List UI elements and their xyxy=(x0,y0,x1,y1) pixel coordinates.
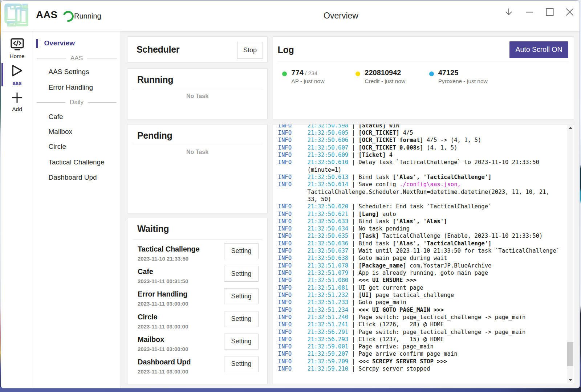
setting-button[interactable]: Setting xyxy=(224,266,259,282)
setting-button[interactable]: Setting xyxy=(224,356,259,372)
log-title: Log xyxy=(278,45,294,55)
log-level: INFO xyxy=(278,358,308,365)
log-bold-segment: ['Alas', 'TacticalChallenge'] xyxy=(393,174,491,180)
log-entry: INFO21:32:59.210 | Scrcpy server stopped xyxy=(278,365,562,372)
log-time: 21:32:59.207 xyxy=(308,351,349,357)
log-time: 21:32:50.605 xyxy=(308,130,349,136)
log-time: 21:32:59.001 xyxy=(308,343,349,350)
log-level: INFO xyxy=(278,343,308,350)
waiting-task-row: Mailbox2023-11-11 03:00:00Setting xyxy=(127,335,267,358)
log-bold-segment: ['Alas', 'Alas'] xyxy=(393,218,447,225)
log-time: 21:32:50.621 xyxy=(308,211,349,217)
log-time: 21:32:56.291 xyxy=(308,329,349,335)
nav-item-label: Tactical Challenge xyxy=(49,158,105,166)
log-level: INFO xyxy=(278,173,308,181)
title-bar: AAS Running Overview xyxy=(1,1,580,31)
log-level: INFO xyxy=(278,314,308,321)
log-level: INFO xyxy=(278,269,308,277)
waiting-card: Waiting Tactical Challenge2023-11-10 21:… xyxy=(127,218,268,384)
log-entry: INFO21:32:50.638 | Goto main page during… xyxy=(278,254,562,262)
setting-button[interactable]: Setting xyxy=(224,311,259,327)
log-level: INFO xyxy=(278,350,308,358)
nav-item-tactical-challenge[interactable]: Tactical Challenge xyxy=(33,158,120,168)
log-level: INFO xyxy=(278,284,308,291)
log-bold-segment: <<< SCRCPY SERVER STOP >>> xyxy=(358,358,447,365)
divider-line xyxy=(37,102,65,103)
waiting-task-time: 2023-11-10 21:33:50 xyxy=(138,256,188,262)
stop-button[interactable]: Stop xyxy=(237,42,263,59)
nav-item-cafe[interactable]: Cafe xyxy=(33,113,120,123)
log-time: 21:32:51.241 xyxy=(308,321,349,328)
log-entry: INFO21:32:50.606 | [OCR_TICKET format] 4… xyxy=(278,136,562,144)
minimize-button[interactable] xyxy=(525,8,534,16)
log-level: INFO xyxy=(278,240,308,247)
scroll-down-icon[interactable] xyxy=(567,377,573,383)
nav-item-dashboard-upd[interactable]: Dashboard Upd xyxy=(33,173,120,184)
log-scrollbar[interactable] xyxy=(567,125,573,383)
log-time: 21:32:50.607 xyxy=(308,144,349,151)
log-entry: INFO21:32:50.614 | Save config ./config\… xyxy=(278,181,562,203)
log-level: INFO xyxy=(278,211,308,218)
log-entry: INFO21:32:51.240 | Page switch: page_tac… xyxy=(278,314,562,321)
log-entry: INFO21:32:56.293 | Click (1237, 15) @ HO… xyxy=(278,336,562,343)
log-level: INFO xyxy=(278,218,308,225)
rail-item-add[interactable]: Add xyxy=(1,92,33,113)
log-entry: INFO21:32:51.079 | App is already runnin… xyxy=(278,269,562,277)
log-time: 21:32:50.633 xyxy=(308,218,349,225)
running-card: Running No Task xyxy=(127,68,268,119)
log-entry: INFO21:32:59.207 | Page arrive confirm p… xyxy=(278,350,562,358)
log-entry: INFO21:32:51.081 | UI get current page xyxy=(278,284,562,291)
download-button[interactable] xyxy=(504,8,513,16)
log-entry: INFO21:32:50.605 | [OCR_TICKET] 4/5 xyxy=(278,129,562,136)
play-icon xyxy=(1,64,33,77)
nav-item-aas-settings[interactable]: AAS Settings xyxy=(33,68,120,78)
log-entry: INFO21:32:51.080 | <<< UI ENSURE >>> xyxy=(278,277,562,284)
nav-item-error-handling[interactable]: Error Handling xyxy=(33,83,120,94)
nav-menu: OverviewAASAAS SettingsError HandlingDai… xyxy=(33,31,121,388)
log-time: 21:32:50.598 xyxy=(308,124,349,129)
nav-item-circle[interactable]: Circle xyxy=(33,143,120,153)
code-monitor-icon xyxy=(1,38,33,50)
log-entry: INFO21:32:50.636 | Bind task ['Alas', 'T… xyxy=(278,240,562,247)
log-bold-segment: [Status] xyxy=(358,124,386,129)
rail-item-aas[interactable]: aas xyxy=(1,64,33,86)
log-bold-segment: [OCR_TICKET 0.008s] xyxy=(358,144,423,151)
download-icon xyxy=(504,8,513,16)
maximize-button[interactable] xyxy=(545,8,554,16)
log-entry: INFO21:32:50.634 | No task pending xyxy=(278,225,562,232)
log-bold-segment: <<< UI ENSURE >>> xyxy=(358,277,417,283)
stat-value-line: 220810942 xyxy=(365,69,428,77)
stat-dot-icon xyxy=(355,72,360,76)
log-filepath: ./config\aas.json, xyxy=(399,181,461,188)
auto-scroll-button[interactable]: Auto Scroll ON xyxy=(509,41,568,58)
log-terminal: INFO21:32:50.598 | [Status] WININFO21:32… xyxy=(273,124,574,384)
log-level: INFO xyxy=(278,144,308,151)
scheduler-card: Scheduler Stop xyxy=(127,36,268,63)
log-entry: INFO21:32:51.232 | [UI] page_tactical_ch… xyxy=(278,291,562,299)
divider xyxy=(277,61,569,61)
log-entry: INFO21:32:59.001 | Page arrive: page_mai… xyxy=(278,343,562,350)
setting-button[interactable]: Setting xyxy=(224,243,259,259)
app-logo-icon xyxy=(4,3,28,26)
minimize-icon xyxy=(525,8,534,16)
scroll-thumb[interactable] xyxy=(567,342,573,366)
setting-button[interactable]: Setting xyxy=(224,288,259,304)
log-level: INFO xyxy=(278,151,308,159)
log-time: 21:32:50.637 xyxy=(308,248,349,254)
setting-button[interactable]: Setting xyxy=(224,334,259,350)
scroll-up-icon[interactable] xyxy=(567,125,573,131)
left-rail: HomeaasAdd xyxy=(1,31,33,388)
log-level: INFO xyxy=(278,232,308,240)
close-icon xyxy=(565,8,574,16)
log-time: 21:32:50.635 xyxy=(308,233,349,239)
log-bold-segment: [OCR_TICKET] xyxy=(358,130,399,136)
rail-item-home[interactable]: Home xyxy=(1,38,33,59)
log-time: 21:32:51.081 xyxy=(308,285,349,291)
close-button[interactable] xyxy=(565,8,574,16)
log-entry: INFO21:32:50.620 | Scheduler: End task `… xyxy=(278,203,562,210)
nav-item-overview[interactable]: Overview xyxy=(33,39,120,49)
log-entry: INFO21:32:59.209 | <<< SCRCPY SERVER STO… xyxy=(278,358,562,365)
nav-item-mailbox[interactable]: Mailbox xyxy=(33,128,120,138)
waiting-task-time: 2023-11-11 00:31:50 xyxy=(138,278,188,284)
log-time: 21:32:51.079 xyxy=(308,270,349,276)
